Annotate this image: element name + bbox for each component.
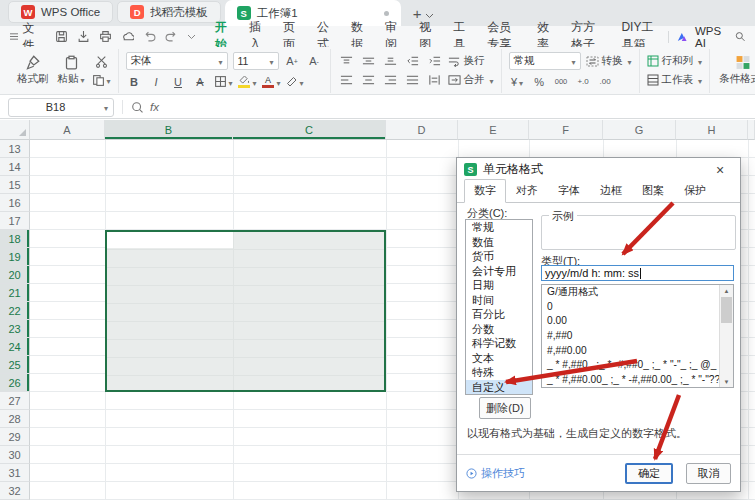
format-list[interactable]: G/通用格式00.00#,##0#,##0.00_ * #,##0_ ;_ * … (541, 284, 734, 388)
row-header-16[interactable]: 16 (0, 194, 30, 212)
dialog-tab-对齐[interactable]: 对齐 (506, 179, 548, 203)
rows-columns-button[interactable]: 行和列 (647, 54, 703, 69)
row-header-24[interactable]: 24 (0, 338, 30, 356)
row-header-21[interactable]: 21 (0, 284, 30, 302)
column-header-E[interactable]: E (458, 120, 529, 140)
wps-ai-label[interactable]: WPS AI (695, 25, 727, 49)
paste-button[interactable]: 粘贴 (56, 55, 87, 86)
scrollbar-thumb[interactable] (721, 297, 732, 323)
row-header-26[interactable]: 26 (0, 374, 30, 392)
percent-format-button[interactable]: % (531, 74, 548, 89)
row-header-27[interactable]: 27 (0, 392, 30, 410)
qat-more-chevron-icon[interactable] (187, 34, 196, 40)
currency-format-button[interactable]: ¥ (509, 74, 526, 89)
column-header-D[interactable]: D (386, 120, 458, 140)
row-header-23[interactable]: 23 (0, 320, 30, 338)
align-top-button[interactable] (338, 54, 355, 69)
format-item[interactable]: G/通用格式 (542, 285, 720, 300)
row-header-29[interactable]: 29 (0, 428, 30, 446)
dialog-tab-边框[interactable]: 边框 (590, 179, 632, 203)
format-item[interactable]: #,##0 (542, 329, 720, 344)
preview-icon[interactable] (121, 30, 134, 43)
row-header-13[interactable]: 13 (0, 140, 30, 158)
wrap-text-button[interactable]: 换行 (448, 54, 485, 69)
dialog-title-bar[interactable]: S 单元格格式 × (457, 158, 740, 181)
italic-button[interactable]: I (148, 74, 165, 89)
select-all-corner[interactable] (0, 120, 30, 140)
search-icon[interactable] (735, 30, 745, 43)
column-header-H[interactable]: H (676, 120, 748, 140)
number-format-select[interactable]: 常规 (509, 52, 581, 70)
increase-font-button[interactable]: A+ (284, 54, 301, 69)
row-header-15[interactable]: 15 (0, 176, 30, 194)
conditional-format-button[interactable]: 条件格式 (717, 55, 755, 86)
format-item[interactable]: 0.00 (542, 314, 720, 329)
tips-link[interactable]: 操作技巧 (466, 466, 525, 481)
column-header-partial[interactable] (748, 120, 755, 140)
decrease-decimal-button[interactable]: .00 (597, 74, 614, 89)
align-bottom-button[interactable] (382, 54, 399, 69)
redo-icon[interactable] (165, 30, 178, 43)
format-item[interactable]: #,##0.00 (542, 344, 720, 359)
dialog-tab-字体[interactable]: 字体 (548, 179, 590, 203)
align-right-button[interactable] (382, 73, 399, 88)
category-item-特殊[interactable]: 特殊 (466, 365, 532, 380)
dialog-close-button[interactable]: × (707, 160, 733, 180)
row-header-32[interactable]: 32 (0, 482, 30, 500)
decrease-font-button[interactable]: A- (306, 54, 323, 69)
ok-button[interactable]: 确定 (625, 463, 673, 484)
row-header-22[interactable]: 22 (0, 302, 30, 320)
delete-button[interactable]: 删除(D) (479, 397, 531, 419)
font-name-select[interactable]: 宋体 (126, 52, 228, 70)
row-header-14[interactable]: 14 (0, 158, 30, 176)
name-box[interactable]: B18 (8, 98, 114, 117)
increase-indent-button[interactable] (426, 54, 443, 69)
merge-cells-button[interactable]: 合并 (448, 73, 494, 88)
print-icon[interactable] (99, 30, 112, 43)
borders-button[interactable] (214, 74, 233, 89)
cut-button[interactable] (92, 54, 111, 69)
category-item-日期[interactable]: 日期 (466, 278, 532, 293)
align-center-button[interactable] (360, 73, 377, 88)
row-header-20[interactable]: 20 (0, 266, 30, 284)
category-item-时间[interactable]: 时间 (466, 293, 532, 308)
format-list-scrollbar[interactable]: ▲ ▼ (719, 285, 733, 387)
decrease-indent-button[interactable] (404, 54, 421, 69)
column-header-B[interactable]: B (105, 120, 233, 140)
fill-color-button[interactable] (238, 74, 257, 89)
increase-decimal-button[interactable]: +.0 (575, 74, 592, 89)
scroll-up-icon[interactable]: ▲ (720, 285, 733, 296)
bold-button[interactable]: B (126, 74, 143, 89)
magnifier-icon[interactable] (131, 101, 144, 114)
font-color-button[interactable]: A (262, 74, 281, 89)
row-header-30[interactable]: 30 (0, 446, 30, 464)
dialog-tab-图案[interactable]: 图案 (632, 179, 674, 203)
format-item[interactable]: 0 (542, 300, 720, 315)
category-item-自定义[interactable]: 自定义 (466, 380, 532, 395)
cancel-button[interactable]: 取消 (686, 463, 731, 484)
category-item-百分比[interactable]: 百分比 (466, 307, 532, 322)
format-item[interactable]: _ * #,##0.00_ ;_ * -#,##0.00_ ;_ * "-"??… (542, 373, 720, 387)
category-item-科学记数[interactable]: 科学记数 (466, 336, 532, 351)
row-header-28[interactable]: 28 (0, 410, 30, 428)
format-item[interactable]: _ * #,##0_ ;_ * -#,##0_ ;_ * "-"_ ;_ @_ (542, 358, 720, 373)
category-item-文本[interactable]: 文本 (466, 351, 532, 366)
align-left-button[interactable] (338, 73, 355, 88)
category-item-分数[interactable]: 分数 (466, 322, 532, 337)
type-input[interactable]: yyyy/m/d h: mm: ss (541, 265, 734, 281)
column-header-F[interactable]: F (529, 120, 603, 140)
column-header-A[interactable]: A (30, 120, 105, 140)
dialog-tab-保护[interactable]: 保护 (674, 179, 716, 203)
column-header-C[interactable]: C (233, 120, 386, 140)
save-icon[interactable] (55, 30, 68, 43)
selection-range-B18-C26[interactable] (105, 230, 386, 392)
row-header-17[interactable]: 17 (0, 212, 30, 230)
category-item-货币[interactable]: 货币 (466, 249, 532, 264)
row-header-31[interactable]: 31 (0, 464, 30, 482)
scroll-down-icon[interactable]: ▼ (720, 376, 733, 387)
worksheet-button[interactable]: 工作表 (647, 73, 703, 88)
row-header-19[interactable]: 19 (0, 248, 30, 266)
column-header-G[interactable]: G (603, 120, 676, 140)
category-list[interactable]: 常规数值货币会计专用日期时间百分比分数科学记数文本特殊自定义 (465, 219, 533, 395)
strikethrough-button[interactable]: A (192, 74, 209, 89)
